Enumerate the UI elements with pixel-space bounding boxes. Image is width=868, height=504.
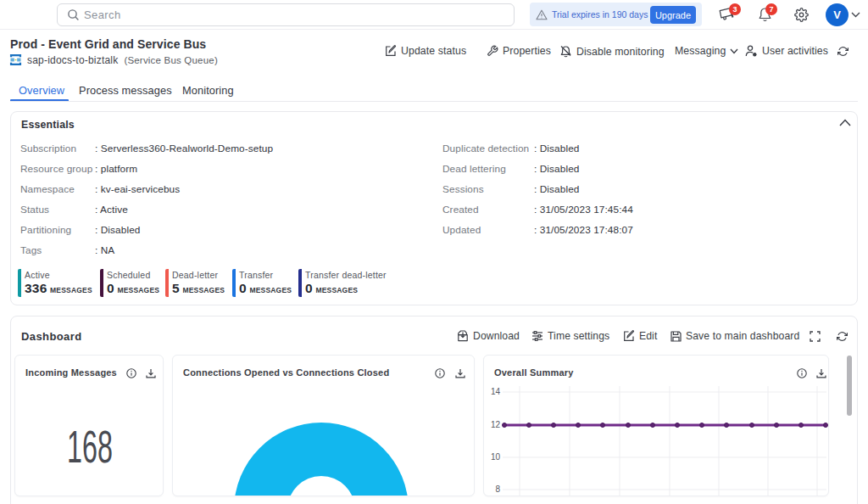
svg-text:8: 8 <box>495 484 500 494</box>
svg-text:14: 14 <box>491 387 501 396</box>
svg-text:12: 12 <box>491 420 501 429</box>
svg-text:10: 10 <box>491 452 501 462</box>
